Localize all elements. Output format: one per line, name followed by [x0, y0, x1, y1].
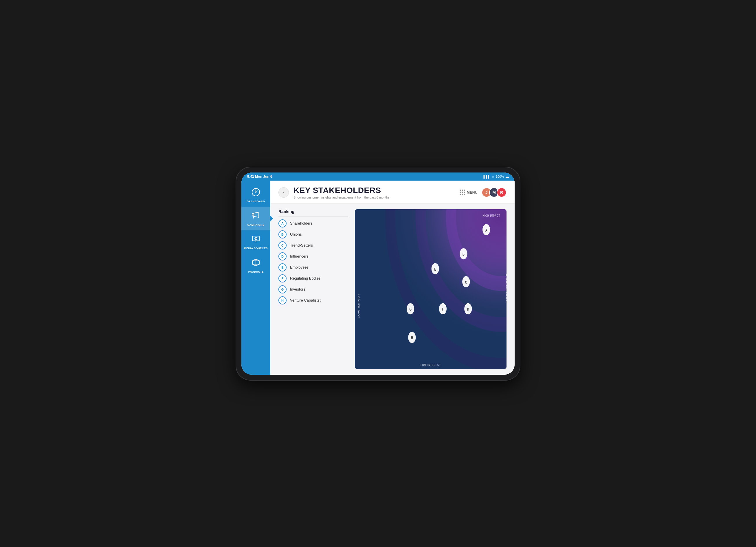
main-content: DASHBOARD CAMPAIGNS: [241, 181, 515, 375]
ranking-item-f[interactable]: F Regulating Bodies: [278, 274, 348, 282]
top-bar-left: ‹ KEY STAKEHOLDERS Showing customer insi…: [278, 186, 390, 199]
sidebar: DASHBOARD CAMPAIGNS: [241, 181, 270, 375]
campaigns-icon: [251, 211, 260, 222]
sidebar-active-arrow: [270, 216, 273, 221]
status-icons: ▌▌▌ ⌾ 100% ▬: [483, 175, 509, 178]
rank-badge-f: F: [278, 274, 287, 282]
sidebar-label-dashboard: DASHBOARD: [247, 200, 265, 203]
svg-text:F: F: [442, 307, 444, 311]
ranking-list: A Shareholders B Unions C Trend-Setters …: [278, 219, 348, 304]
rank-label-d: Influencers: [290, 254, 309, 258]
svg-text:LOW INTEREST: LOW INTEREST: [421, 363, 441, 367]
wifi-icon: ⌾: [492, 175, 494, 178]
signal-icon: ▌▌▌: [483, 175, 490, 178]
rank-badge-b: B: [278, 230, 287, 238]
avatar-3: R: [497, 188, 507, 197]
ranking-item-a[interactable]: A Shareholders: [278, 219, 348, 227]
screen: 9:41 Mon Jun 6 ▌▌▌ ⌾ 100% ▬: [241, 172, 515, 375]
sidebar-label-media: MEDIA SOURCES: [243, 247, 269, 250]
avatars: J M R: [482, 188, 507, 197]
back-button[interactable]: ‹: [278, 187, 289, 198]
svg-text:H: H: [411, 335, 413, 340]
rank-badge-c: C: [278, 241, 287, 249]
svg-text:A: A: [485, 228, 487, 232]
top-bar: ‹ KEY STAKEHOLDERS Showing customer insi…: [270, 181, 515, 203]
rank-label-e: Employees: [290, 265, 309, 269]
chart-area: HIGH IMPACT HIGH INTEREST LOW IMPACT LOW…: [355, 209, 507, 369]
sidebar-label-products: PRODUCTS: [248, 270, 264, 273]
back-icon: ‹: [283, 190, 284, 195]
grid-icon: [460, 190, 465, 195]
status-bar: 9:41 Mon Jun 6 ▌▌▌ ⌾ 100% ▬: [241, 172, 515, 181]
ranking-title: Ranking: [278, 209, 348, 216]
svg-text:E: E: [434, 267, 436, 271]
battery-label: 100%: [496, 175, 504, 178]
rank-badge-a: A: [278, 219, 287, 227]
ranking-item-h[interactable]: H Venture Capalistst: [278, 296, 348, 304]
rank-label-f: Regulating Bodies: [290, 276, 321, 280]
body-area: Ranking A Shareholders B Unions C Trend-…: [270, 203, 515, 375]
page-subtitle: Showing customer insights and engagement…: [293, 196, 390, 199]
menu-button[interactable]: MENU: [460, 190, 478, 195]
ranking-item-d[interactable]: D Influencers: [278, 252, 348, 260]
sidebar-label-campaigns: CAMPAIGNS: [247, 223, 265, 226]
rank-badge-h: H: [278, 296, 287, 304]
sidebar-item-campaigns[interactable]: CAMPAIGNS: [241, 207, 270, 230]
device-frame: 9:41 Mon Jun 6 ▌▌▌ ⌾ 100% ▬: [236, 167, 520, 380]
page-title: KEY STAKEHOLDERS: [293, 186, 390, 195]
ranking-item-b[interactable]: B Unions: [278, 230, 348, 238]
rank-badge-e: E: [278, 263, 287, 271]
ranking-item-g[interactable]: G Investors: [278, 285, 348, 293]
dashboard-icon: [251, 188, 260, 199]
top-bar-right: MENU J M R: [460, 188, 507, 197]
svg-text:HIGH IMPACT: HIGH IMPACT: [482, 214, 500, 217]
content-area: ‹ KEY STAKEHOLDERS Showing customer insi…: [270, 181, 515, 375]
rank-badge-d: D: [278, 252, 287, 260]
media-icon: [251, 234, 260, 246]
svg-text:B: B: [463, 252, 465, 256]
rank-label-b: Unions: [290, 232, 302, 236]
rank-label-a: Shareholders: [290, 221, 312, 225]
sidebar-item-media[interactable]: MEDIA SOURCES: [241, 230, 270, 254]
page-title-block: KEY STAKEHOLDERS Showing customer insigh…: [293, 186, 390, 199]
rank-label-h: Venture Capalistst: [290, 298, 321, 302]
sidebar-item-dashboard[interactable]: DASHBOARD: [241, 183, 270, 207]
svg-text:HIGH INTEREST: HIGH INTEREST: [505, 274, 507, 304]
svg-point-10: [256, 238, 256, 239]
svg-text:G: G: [409, 307, 411, 311]
ranking-item-c[interactable]: C Trend-Setters: [278, 241, 348, 249]
stakeholder-map-svg: HIGH IMPACT HIGH INTEREST LOW IMPACT LOW…: [355, 209, 507, 369]
rank-badge-g: G: [278, 285, 287, 293]
products-icon: [251, 258, 260, 269]
svg-text:C: C: [465, 280, 467, 284]
rank-label-c: Trend-Setters: [290, 243, 313, 247]
svg-text:LOW IMPACT: LOW IMPACT: [357, 293, 360, 318]
menu-label: MENU: [467, 190, 478, 194]
sidebar-item-products[interactable]: PRODUCTS: [241, 254, 270, 277]
battery-icon: ▬: [506, 175, 509, 178]
svg-text:D: D: [467, 307, 469, 311]
ranking-item-e[interactable]: E Employees: [278, 263, 348, 271]
ranking-panel: Ranking A Shareholders B Unions C Trend-…: [278, 209, 348, 369]
status-time: 9:41 Mon Jun 6: [247, 175, 272, 179]
rank-label-g: Investors: [290, 287, 305, 291]
